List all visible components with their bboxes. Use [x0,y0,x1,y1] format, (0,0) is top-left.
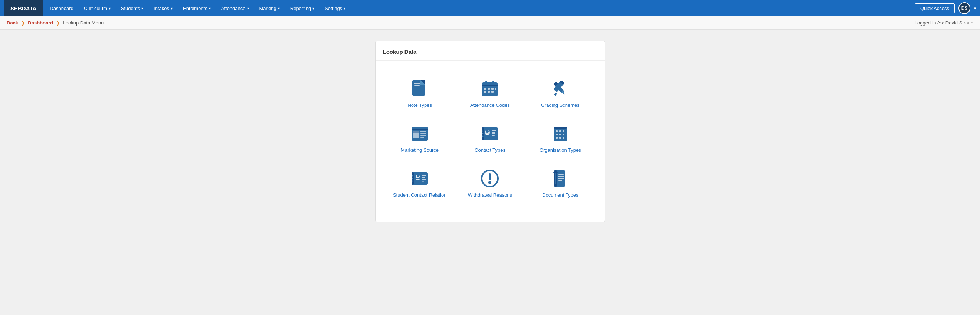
svg-rect-7 [482,84,498,86]
intakes-caret: ▾ [171,6,173,10]
marketing-source-icon [410,124,430,143]
svg-rect-69 [558,173,564,175]
student-contact-relation-item[interactable]: Student Contact Relation [387,162,453,203]
contact-types-icon [480,124,500,143]
svg-point-59 [417,175,419,177]
quick-access-button[interactable]: Quick Access [915,3,955,13]
student-contact-relation-label: Student Contact Relation [393,192,447,198]
attendance-caret: ▾ [247,6,249,10]
nav-reporting[interactable]: Reporting ▾ [285,0,320,16]
svg-rect-71 [558,178,564,179]
svg-point-40 [482,133,484,134]
svg-point-66 [488,181,491,184]
svg-rect-16 [495,88,496,90]
marketing-source-item[interactable]: Marketing Source [387,117,453,158]
svg-marker-18 [554,92,558,96]
svg-rect-10 [484,88,486,90]
svg-point-56 [412,178,414,179]
svg-rect-3 [415,83,421,84]
nav-settings[interactable]: Settings ▾ [320,0,351,16]
nav-students[interactable]: Students ▾ [116,0,148,16]
svg-rect-30 [420,137,424,138]
lookup-card-title: Lookup Data [375,49,605,61]
enrolments-caret: ▾ [209,6,211,10]
user-avatar[interactable]: DS [958,2,970,14]
svg-rect-47 [556,134,558,135]
nav-dashboard[interactable]: Dashboard [45,0,79,16]
svg-rect-72 [558,180,562,181]
svg-rect-51 [559,137,561,139]
svg-rect-9 [492,81,494,84]
breadcrumb-sep1: ❯ [21,20,25,25]
svg-rect-31 [413,131,419,133]
breadcrumb: Back ❯ Dashboard ❯ Lookup Data Menu [7,20,103,25]
curriculum-caret: ▾ [109,6,111,10]
svg-point-55 [412,175,414,177]
svg-rect-35 [492,130,496,131]
brand-logo[interactable]: SEBDATA [4,0,43,16]
note-types-label: Note Types [407,102,432,108]
logged-in-text: Logged In As: David Straub [915,20,973,25]
svg-rect-28 [420,133,426,134]
svg-rect-44 [556,130,558,132]
back-link[interactable]: Back [7,20,18,25]
nav-intakes[interactable]: Intakes ▾ [148,0,178,16]
nav-attendance[interactable]: Attendance ▾ [216,0,254,16]
document-types-icon [550,169,570,188]
breadcrumb-sep2: ❯ [56,20,60,25]
svg-rect-63 [422,181,424,182]
grading-schemes-item[interactable]: Grading Schemes [527,72,593,113]
withdrawal-reasons-icon [480,169,500,188]
nav-marking[interactable]: Marking ▾ [254,0,285,16]
svg-rect-45 [559,130,561,132]
nav-curriculum[interactable]: Curriculum ▾ [79,0,116,16]
svg-rect-27 [420,131,426,132]
svg-rect-29 [420,135,426,136]
svg-rect-52 [563,137,565,139]
user-dropdown-caret[interactable]: ▾ [974,6,976,11]
svg-rect-73 [555,173,556,184]
svg-rect-48 [559,134,561,135]
svg-rect-61 [422,177,425,178]
attendance-codes-icon [480,79,500,99]
svg-rect-12 [491,88,493,90]
navbar: SEBDATA Dashboard Curriculum ▾ Students … [0,0,980,16]
breadcrumb-current: Lookup Data Menu [63,20,103,25]
organisation-types-item[interactable]: Organisation Types [527,117,593,158]
nav-right: Quick Access DS ▾ [915,2,976,14]
organisation-types-icon [550,124,570,143]
svg-rect-74 [553,172,558,173]
withdrawal-reasons-item[interactable]: Withdrawal Reasons [457,162,523,203]
note-types-icon [410,79,430,99]
svg-point-41 [482,136,484,137]
svg-rect-13 [484,91,486,93]
attendance-codes-label: Attendance Codes [470,102,510,108]
svg-rect-15 [491,91,493,93]
withdrawal-reasons-label: Withdrawal Reasons [468,192,512,198]
dashboard-link[interactable]: Dashboard [28,20,53,25]
svg-rect-4 [415,85,420,86]
main-content: Lookup Data Note Types [0,30,980,233]
svg-point-39 [482,130,484,132]
nav-items: Dashboard Curriculum ▾ Students ▾ Intake… [45,0,915,16]
contact-types-label: Contact Types [475,147,505,153]
attendance-codes-item[interactable]: Attendance Codes [457,72,523,113]
breadcrumb-bar: Back ❯ Dashboard ❯ Lookup Data Menu Logg… [0,16,980,30]
student-contact-relation-icon [410,169,430,188]
grading-schemes-icon [550,79,570,99]
svg-rect-11 [488,88,490,90]
document-types-item[interactable]: Document Types [527,162,593,203]
contact-types-item[interactable]: Contact Types [457,117,523,158]
note-types-item[interactable]: Note Types [387,72,453,113]
svg-rect-32 [482,127,498,140]
students-caret: ▾ [142,6,143,10]
marketing-source-label: Marketing Source [401,147,439,153]
svg-rect-46 [563,130,565,132]
svg-rect-14 [488,91,490,93]
svg-rect-62 [422,179,426,180]
lookup-card: Lookup Data Note Types [375,41,605,222]
nav-enrolments[interactable]: Enrolments ▾ [178,0,216,16]
grading-schemes-label: Grading Schemes [541,102,580,108]
marking-caret: ▾ [278,6,280,10]
svg-rect-53 [412,172,428,185]
